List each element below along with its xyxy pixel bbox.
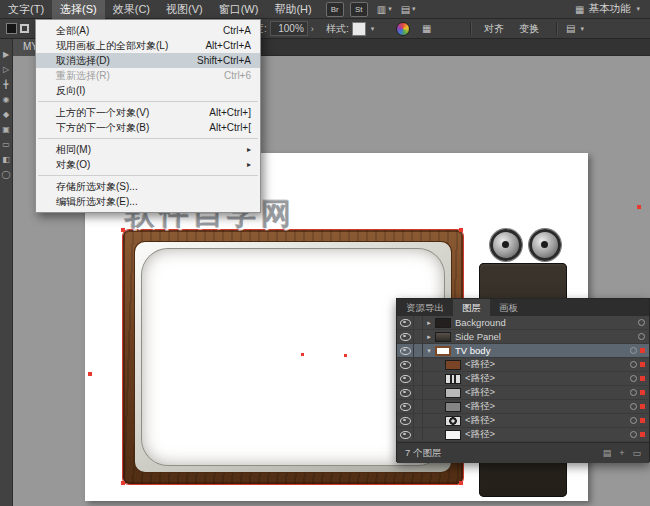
visibility-toggle[interactable] (397, 358, 414, 371)
layer-thumbnail (435, 318, 451, 328)
menu-item-object[interactable]: 对象(O) ▸ (36, 157, 260, 172)
tab-artboards[interactable]: 画板 (490, 299, 527, 316)
type-tool-icon[interactable]: ▣ (2, 126, 10, 134)
selection-handle[interactable] (88, 372, 92, 376)
direct-selection-tool-icon[interactable]: ▷ (3, 66, 9, 74)
lock-toggle[interactable] (414, 330, 423, 343)
recolor-artwork-icon[interactable] (396, 22, 410, 36)
menu-item-shortcut: Alt+Ctrl+[ (209, 120, 251, 135)
chevron-down-icon: ▾ (388, 5, 392, 13)
menu-select[interactable]: 选择(S) (52, 0, 105, 19)
selection-handle[interactable] (459, 481, 463, 485)
selection-handle[interactable] (637, 205, 641, 209)
anchor-point[interactable] (344, 354, 347, 357)
path-row-5[interactable]: <路径> (397, 414, 649, 428)
bridge-icon[interactable]: Br (326, 2, 344, 17)
path-row-2[interactable]: <路径> (397, 372, 649, 386)
target-circle-icon[interactable] (630, 403, 637, 410)
selection-handle[interactable] (121, 481, 125, 485)
menu-item-reselect[interactable]: 重新选择(R) Ctrl+6 (36, 68, 260, 83)
menu-help[interactable]: 帮助(H) (266, 0, 319, 19)
path-row-4[interactable]: <路径> (397, 400, 649, 414)
arrange-documents-icon[interactable]: ▥▾ (377, 4, 392, 15)
visibility-toggle[interactable] (397, 316, 414, 329)
selection-handle[interactable] (459, 228, 463, 232)
shape-options-icon[interactable]: ▦ (422, 23, 431, 34)
lock-toggle[interactable] (414, 316, 423, 329)
lock-toggle[interactable] (414, 414, 423, 427)
target-circle-icon[interactable] (630, 347, 637, 354)
target-circle-icon[interactable] (638, 333, 645, 340)
lock-toggle[interactable] (414, 372, 423, 385)
visibility-toggle[interactable] (397, 330, 414, 343)
target-circle-icon[interactable] (630, 389, 637, 396)
menu-item-inverse[interactable]: 反向(I) (36, 83, 260, 98)
menu-item-next-object-below[interactable]: 下方的下一个对象(B) Alt+Ctrl+[ (36, 120, 260, 135)
target-circle-icon[interactable] (638, 319, 645, 326)
visibility-toggle[interactable] (397, 428, 414, 441)
visibility-toggle[interactable] (397, 414, 414, 427)
path-row-6[interactable]: <路径> (397, 428, 649, 442)
menu-type[interactable]: 文字(T) (0, 0, 52, 19)
magic-wand-tool-icon[interactable]: ╋ (4, 81, 9, 89)
style-swatch[interactable] (352, 22, 366, 36)
path-row-3[interactable]: <路径> (397, 386, 649, 400)
chevron-down-icon[interactable]: ▾ (371, 25, 375, 33)
target-circle-icon[interactable] (630, 417, 637, 424)
lock-toggle[interactable] (414, 428, 423, 441)
layer-row-tv-body[interactable]: ▾ TV body (397, 344, 649, 358)
new-sublayer-icon[interactable]: ▤ (603, 448, 612, 458)
tab-layers[interactable]: 图层 (453, 299, 490, 316)
lock-toggle[interactable] (414, 358, 423, 371)
menu-item-all-on-artboard[interactable]: 现用画板上的全部对象(L) Alt+Ctrl+A (36, 38, 260, 53)
selection-tool-icon[interactable]: ▶ (3, 51, 9, 59)
layer-row-background[interactable]: ▸ Background (397, 316, 649, 330)
stock-icon[interactable]: St (350, 2, 368, 17)
expand-arrow-icon[interactable]: ▸ (423, 319, 435, 327)
stroke-color-swatch[interactable] (20, 24, 29, 33)
layer-row-side-panel[interactable]: ▸ Side Panel (397, 330, 649, 344)
opacity-value[interactable]: 100% (270, 21, 308, 36)
lock-toggle[interactable] (414, 344, 423, 357)
lock-toggle[interactable] (414, 386, 423, 399)
screen-mode-icon[interactable]: ▤▾ (401, 4, 416, 15)
target-circle-icon[interactable] (630, 375, 637, 382)
menu-view[interactable]: 视图(V) (158, 0, 211, 19)
ellipse-tool-icon[interactable]: ◯ (2, 171, 11, 179)
target-circle-icon[interactable] (630, 431, 637, 438)
tv-knob-2[interactable] (529, 229, 561, 261)
opacity-dropdown-icon[interactable]: › (311, 24, 314, 34)
tab-asset-export[interactable]: 资源导出 (397, 299, 453, 316)
expand-arrow-icon[interactable]: ▸ (423, 333, 435, 341)
new-layer-icon[interactable]: + (619, 448, 624, 458)
menu-item-save-selection[interactable]: 存储所选对象(S)... (36, 179, 260, 194)
lasso-tool-icon[interactable]: ◉ (3, 96, 10, 104)
expand-arrow-icon[interactable]: ▾ (423, 347, 435, 355)
align-button[interactable]: 对齐 (484, 22, 504, 36)
anchor-point[interactable] (301, 353, 304, 356)
menu-item-next-object-above[interactable]: 上方的下一个对象(V) Alt+Ctrl+] (36, 105, 260, 120)
menu-effect[interactable]: 效果(C) (105, 0, 158, 19)
visibility-toggle[interactable] (397, 372, 414, 385)
lock-toggle[interactable] (414, 400, 423, 413)
panel-menu-icon[interactable]: ▤ (566, 23, 575, 34)
target-circle-icon[interactable] (630, 361, 637, 368)
rectangle-tool-icon[interactable]: ◧ (2, 156, 10, 164)
visibility-toggle[interactable] (397, 344, 414, 357)
fill-color-swatch[interactable] (6, 23, 17, 34)
line-tool-icon[interactable]: ▭ (2, 141, 10, 149)
menu-item-edit-selection[interactable]: 编辑所选对象(E)... (36, 194, 260, 209)
menu-item-deselect[interactable]: 取消选择(D) Shift+Ctrl+A (36, 53, 260, 68)
delete-layer-icon[interactable]: ▭ (632, 448, 641, 458)
menu-item-select-all[interactable]: 全部(A) Ctrl+A (36, 23, 260, 38)
menu-item-label: 全部(A) (56, 23, 89, 38)
tv-knob-1[interactable] (490, 229, 522, 261)
pen-tool-icon[interactable]: ◆ (3, 111, 9, 119)
visibility-toggle[interactable] (397, 400, 414, 413)
menu-window[interactable]: 窗口(W) (211, 0, 267, 19)
transform-button[interactable]: 变换 (519, 22, 539, 36)
visibility-toggle[interactable] (397, 386, 414, 399)
workspace-switcher[interactable]: ▦ 基本功能 ▾ (575, 2, 650, 16)
menu-item-same[interactable]: 相同(M) ▸ (36, 142, 260, 157)
path-row-1[interactable]: <路径> (397, 358, 649, 372)
